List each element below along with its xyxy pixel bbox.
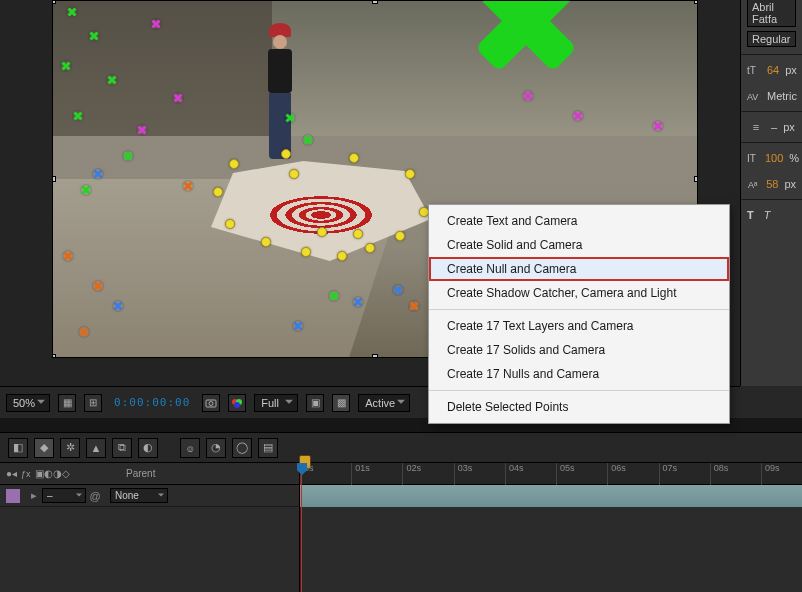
track-point[interactable] — [261, 237, 271, 247]
font-style-dropdown[interactable]: Regular — [747, 31, 796, 47]
track-point[interactable] — [285, 113, 295, 123]
track-point[interactable] — [317, 227, 327, 237]
zoom-dropdown[interactable]: 50% — [6, 394, 50, 412]
track-point[interactable] — [61, 61, 71, 71]
track-point[interactable] — [281, 149, 291, 159]
track-point[interactable] — [183, 181, 193, 191]
timeline-layer-list: ●◂ ƒx ▣◐◑◇ Parent ▸ – @ None — [0, 463, 300, 592]
ruler-tick: 07s — [659, 463, 678, 485]
view-dropdown[interactable]: Active — [358, 394, 410, 412]
frame-blend-button[interactable]: ⧉ — [112, 438, 132, 458]
track-point[interactable] — [89, 31, 99, 41]
track-point[interactable] — [293, 321, 303, 331]
track-point[interactable] — [349, 153, 359, 163]
brainstorm-button[interactable]: ⌾ — [180, 438, 200, 458]
snapshot-button[interactable] — [202, 394, 220, 412]
motion-blur-button[interactable]: ◐ — [138, 438, 158, 458]
green-cross-graphic[interactable] — [461, 0, 591, 61]
pickwhip-icon[interactable]: @ — [86, 490, 104, 502]
selection-handle[interactable] — [694, 0, 698, 4]
track-point[interactable] — [301, 247, 311, 257]
layer-row[interactable]: ▸ – @ None — [0, 485, 299, 507]
shy-toggle-button[interactable]: ◆ — [34, 438, 54, 458]
track-point[interactable] — [393, 285, 403, 295]
faux-italic-button[interactable]: T — [764, 209, 771, 221]
track-point[interactable] — [93, 169, 103, 179]
track-point[interactable] — [289, 169, 299, 179]
track-point[interactable] — [113, 301, 123, 311]
track-point[interactable] — [93, 281, 103, 291]
track-point[interactable] — [229, 159, 239, 169]
menu-item[interactable]: Delete Selected Points — [429, 395, 729, 419]
track-point[interactable] — [353, 229, 363, 239]
track-point[interactable] — [405, 169, 415, 179]
font-size-value[interactable]: 64 — [767, 64, 779, 76]
fx-switch-header-icon: ƒx — [21, 469, 31, 479]
track-point[interactable] — [523, 91, 533, 101]
menu-item[interactable]: Create Solid and Camera — [429, 233, 729, 257]
layer-twirl-icon[interactable]: ▸ — [26, 489, 42, 502]
kerning-dropdown[interactable]: Metric — [767, 90, 797, 102]
roi-button[interactable]: ▣ — [306, 394, 324, 412]
selection-handle[interactable] — [694, 176, 698, 182]
graph-editor-button[interactable]: ◔ — [206, 438, 226, 458]
menu-item[interactable]: Create Null and Camera — [429, 257, 729, 281]
comp-mini-flowchart-button[interactable]: ◧ — [8, 438, 28, 458]
timeline-tracks[interactable]: 0s01s02s03s04s05s06s07s08s09s — [300, 463, 802, 592]
track-point[interactable] — [409, 301, 419, 311]
layer-color-swatch[interactable] — [6, 489, 20, 503]
track-point[interactable] — [303, 135, 313, 145]
draft-3d-button[interactable]: ▲ — [86, 438, 106, 458]
track-point[interactable] — [395, 231, 405, 241]
grid-guides-button[interactable]: ▦ — [58, 394, 76, 412]
selection-handle[interactable] — [52, 176, 56, 182]
track-point[interactable] — [81, 185, 91, 195]
menu-item[interactable]: Create 17 Text Layers and Camera — [429, 314, 729, 338]
track-point[interactable] — [151, 19, 161, 29]
auto-keyframe-button[interactable]: ◯ — [232, 438, 252, 458]
blend-mode-dropdown[interactable]: – — [42, 488, 86, 503]
time-ruler[interactable]: 0s01s02s03s04s05s06s07s08s09s — [300, 463, 802, 485]
track-point[interactable] — [63, 251, 73, 261]
baseline-shift-value[interactable]: 58 — [766, 178, 778, 190]
selection-handle[interactable] — [52, 354, 56, 358]
transparency-grid-button[interactable]: ▩ — [332, 394, 350, 412]
selection-handle[interactable] — [372, 0, 378, 4]
track-point[interactable] — [123, 151, 133, 161]
live-update-button[interactable]: ✲ — [60, 438, 80, 458]
vertical-scale-value[interactable]: 100 — [765, 152, 783, 164]
track-point[interactable] — [353, 297, 363, 307]
track-point[interactable] — [653, 121, 663, 131]
track-point[interactable] — [173, 93, 183, 103]
current-time-indicator[interactable] — [301, 463, 302, 592]
track-point[interactable] — [213, 187, 223, 197]
track-point[interactable] — [337, 251, 347, 261]
track-point[interactable] — [73, 111, 83, 121]
track-point[interactable] — [67, 7, 77, 17]
track-point[interactable] — [365, 243, 375, 253]
kerning-icon: AV — [747, 88, 761, 104]
track-point[interactable] — [79, 327, 89, 337]
current-time-display[interactable]: 0:00:00:00 — [110, 396, 194, 409]
menu-item[interactable]: Create 17 Solids and Camera — [429, 338, 729, 362]
baseline-shift-icon: Aª — [747, 176, 760, 192]
menu-item[interactable]: Create Text and Camera — [429, 209, 729, 233]
mask-visibility-button[interactable]: ⊞ — [84, 394, 102, 412]
channel-button[interactable] — [228, 394, 246, 412]
selection-handle[interactable] — [52, 0, 56, 4]
resolution-dropdown[interactable]: Full — [254, 394, 298, 412]
parent-dropdown[interactable]: None — [110, 488, 168, 503]
track-point[interactable] — [225, 219, 235, 229]
layer-duration-bar[interactable] — [300, 485, 802, 507]
font-family-dropdown[interactable]: Abril Fatfa — [747, 0, 796, 27]
menu-item[interactable]: Create 17 Nulls and Camera — [429, 362, 729, 386]
faux-bold-button[interactable]: T — [747, 209, 754, 221]
track-point[interactable] — [107, 75, 117, 85]
track-point[interactable] — [573, 111, 583, 121]
track-point[interactable] — [137, 125, 147, 135]
leading-value[interactable]: – — [771, 121, 777, 133]
selection-handle[interactable] — [372, 354, 378, 358]
track-point[interactable] — [329, 291, 339, 301]
menu-item[interactable]: Create Shadow Catcher, Camera and Light — [429, 281, 729, 305]
render-queue-button[interactable]: ▤ — [258, 438, 278, 458]
